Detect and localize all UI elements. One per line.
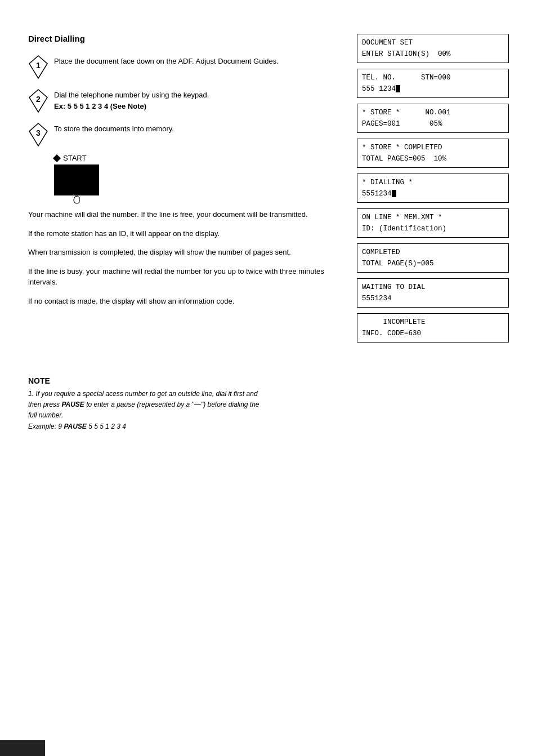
start-diamond-icon: [53, 154, 61, 162]
cursor-1: [396, 85, 400, 92]
desc-5: If no contact is made, the display will …: [28, 296, 346, 307]
finger-icon: [68, 189, 85, 206]
start-button-area: START: [54, 154, 346, 195]
display-box-9-line1: INCOMPLETE: [362, 317, 504, 328]
display-box-5-line1: * DIALLING *: [362, 177, 504, 188]
svg-text:2: 2: [36, 95, 41, 104]
display-box-7-line2: TOTAL PAGE(S)=005: [362, 258, 504, 269]
desc-1: Your machine will dial the number. If th…: [28, 209, 346, 220]
start-button-block: [54, 164, 99, 195]
display-box-8-line1: WAITING TO DIAL: [362, 282, 504, 293]
display-box-4-line1: * STORE * COMPLETED: [362, 142, 504, 153]
display-box-6: ON LINE * MEM.XMT * ID: (Identification): [357, 208, 509, 238]
display-box-9: INCOMPLETE INFO. CODE=630: [357, 313, 509, 343]
display-box-3-line1: * STORE * NO.001: [362, 107, 504, 118]
display-box-9-line2: INFO. CODE=630: [362, 328, 504, 339]
left-section: Direct Dialling 1 Place the document fac…: [28, 34, 346, 343]
display-box-1-line2: ENTER STATION(S) 00%: [362, 48, 504, 60]
note-title: NOTE: [28, 376, 509, 385]
step-3-diamond: 3: [28, 122, 48, 147]
display-box-5-line2: 5551234: [362, 188, 504, 199]
display-box-6-line2: ID: (Identification): [362, 223, 504, 234]
note-section: NOTE 1. If you require a special acess n…: [28, 376, 509, 432]
step-1-row: 1 Place the document face down on the AD…: [28, 55, 346, 79]
note-text: 1. If you require a special acess number…: [28, 389, 265, 432]
step-2-row: 2 Dial the telephone number by using the…: [28, 88, 346, 113]
display-box-4: * STORE * COMPLETED TOTAL PAGES=005 10%: [357, 139, 509, 168]
step-1-text: Place the document face down on the ADF.…: [54, 55, 346, 67]
display-box-4-line2: TOTAL PAGES=005 10%: [362, 153, 504, 164]
bottom-bar: [0, 740, 45, 756]
display-box-2-line2: 555 1234: [362, 83, 504, 95]
display-box-3-line2: PAGES=001 05%: [362, 118, 504, 130]
description-blocks: Your machine will dial the number. If th…: [28, 209, 346, 306]
display-box-3: * STORE * NO.001 PAGES=001 05%: [357, 104, 509, 133]
step-3-row: 3 To store the documents into memory.: [28, 122, 346, 147]
step-1-diamond: 1: [28, 55, 48, 79]
display-box-2: TEL. NO. STN=000 555 1234: [357, 69, 509, 98]
step-2-diamond: 2: [28, 88, 48, 113]
desc-2: If the remote station has an ID, it will…: [28, 228, 346, 239]
page-title: Direct Dialling: [28, 34, 346, 43]
display-box-7: COMPLETED TOTAL PAGE(S)=005: [357, 243, 509, 273]
display-box-1: DOCUMENT SET ENTER STATION(S) 00%: [357, 34, 509, 63]
step-3-text: To store the documents into memory.: [54, 122, 346, 135]
steps-area: 1 Place the document face down on the AD…: [28, 55, 346, 150]
start-label: START: [54, 154, 346, 162]
right-section: DOCUMENT SET ENTER STATION(S) 00% TEL. N…: [357, 34, 509, 343]
main-content: Direct Dialling 1 Place the document fac…: [28, 34, 509, 343]
display-box-8: WAITING TO DIAL 5551234: [357, 278, 509, 308]
display-box-8-line2: 5551234: [362, 293, 504, 304]
page: Direct Dialling 1 Place the document fac…: [0, 0, 537, 455]
desc-3: When transmission is completed, the disp…: [28, 247, 346, 258]
svg-text:3: 3: [36, 128, 41, 137]
desc-4: If the line is busy, your machine will r…: [28, 266, 346, 288]
svg-text:1: 1: [36, 61, 41, 70]
display-box-2-line1: TEL. NO. STN=000: [362, 72, 504, 83]
display-box-6-line1: ON LINE * MEM.XMT *: [362, 212, 504, 223]
display-box-7-line1: COMPLETED: [362, 247, 504, 258]
display-box-1-line1: DOCUMENT SET: [362, 37, 504, 48]
display-box-5: * DIALLING * 5551234: [357, 174, 509, 203]
cursor-2: [392, 190, 396, 197]
step-2-text: Dial the telephone number by using the k…: [54, 88, 346, 112]
